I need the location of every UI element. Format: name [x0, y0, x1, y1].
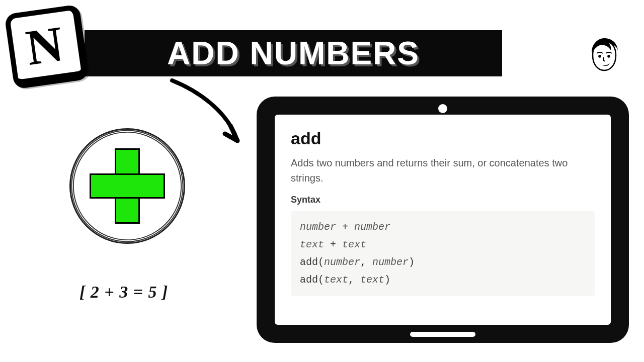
plus-icon — [69, 128, 185, 244]
home-indicator — [410, 332, 475, 337]
camera-icon — [438, 104, 447, 113]
tablet-frame: add Adds two numbers and returns their s… — [257, 97, 629, 343]
doc-syntax-label: Syntax — [291, 195, 595, 205]
doc-description: Adds two numbers and returns their sum, … — [291, 155, 595, 186]
title-bar: ADD NUMBERS — [85, 30, 502, 76]
code-block: number + number text + text add(number, … — [291, 211, 595, 296]
doc-title: add — [291, 129, 595, 148]
page-title: ADD NUMBERS — [167, 35, 420, 72]
svg-point-1 — [607, 55, 610, 58]
avatar — [587, 37, 622, 77]
notion-logo: N — [4, 4, 89, 89]
doc-panel: add Adds two numbers and returns their s… — [275, 115, 611, 325]
svg-point-0 — [598, 55, 601, 58]
equation-text: [ 2 + 3 = 5 ] — [79, 283, 168, 302]
notion-logo-letter: N — [23, 19, 66, 73]
